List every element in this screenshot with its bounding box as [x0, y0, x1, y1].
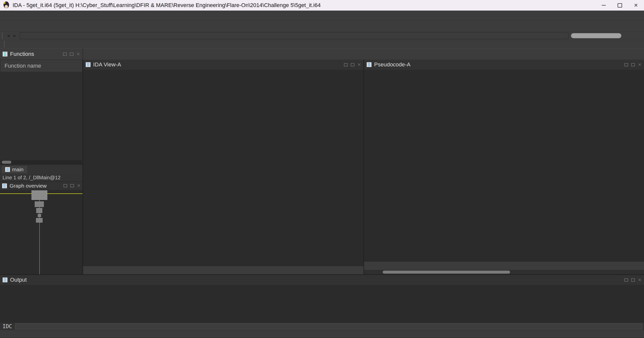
ida-view-a-panel: IDA View-A ✕ [83, 60, 364, 274]
navigation-band[interactable] [20, 32, 568, 39]
functions-panel-header: Functions ✕ [0, 49, 83, 60]
navband-left-arrow-icon[interactable]: ◄ [6, 33, 11, 38]
maximize-panel-icon[interactable] [631, 63, 635, 66]
graph-node [36, 218, 43, 223]
idc-command-row: IDC [0, 323, 644, 330]
maximize-panel-icon[interactable] [70, 184, 74, 187]
functions-horizontal-scrollbar[interactable] [1, 160, 82, 164]
float-panel-icon[interactable] [624, 278, 628, 282]
graph-node [35, 201, 44, 207]
output-icon [3, 277, 8, 282]
pseudocode-a-titlebar: Pseudocode-A ✕ [364, 60, 644, 70]
ida-view-title: IDA View-A [93, 61, 121, 68]
legend-row [0, 40, 644, 48]
ida-view-status-line [83, 266, 364, 274]
scrollbar-thumb[interactable] [2, 161, 11, 164]
minimize-button[interactable] [596, 0, 612, 11]
graph-node [38, 214, 41, 217]
pseudocode-listing[interactable] [364, 70, 644, 261]
graph-node [36, 208, 42, 213]
output-log[interactable] [0, 285, 644, 323]
navband-right-arrow-icon[interactable]: ► [13, 33, 17, 38]
graph-overview-canvas[interactable] [0, 190, 83, 274]
maximize-panel-icon[interactable] [351, 63, 354, 66]
pseudocode-title: Pseudocode-A [374, 61, 410, 68]
close-panel-icon[interactable]: ✕ [638, 277, 641, 283]
output-title: Output [10, 277, 27, 283]
menu-bar [0, 11, 644, 20]
float-panel-icon[interactable] [63, 184, 67, 187]
graph-node [31, 190, 47, 200]
scrollbar-thumb[interactable] [383, 271, 510, 274]
pseudocode-status-line [364, 261, 644, 270]
window-icon [5, 167, 10, 172]
functions-panel: Function name main Line 1 of 2, /_DllMai… [0, 60, 83, 274]
pseudocode-a-panel: Pseudocode-A ✕ [364, 60, 644, 274]
window-tab-strip: main [0, 165, 83, 174]
close-panel-icon[interactable]: ✕ [638, 62, 641, 67]
function-name-column-header[interactable]: Function name [1, 60, 82, 71]
float-panel-icon[interactable] [344, 63, 348, 66]
status-bar [0, 330, 644, 338]
functions-icon [3, 52, 8, 57]
maximize-panel-icon[interactable] [631, 278, 635, 282]
navigation-band-row: ◄ ► [0, 31, 644, 40]
ida-view-a-titlebar: IDA View-A ✕ [83, 60, 364, 70]
ida-view-icon [86, 62, 91, 67]
functions-panel-title: Functions [10, 51, 34, 57]
pseudocode-horizontal-scrollbar[interactable] [364, 270, 644, 274]
disassembly-listing[interactable] [83, 70, 364, 266]
pseudocode-icon [367, 62, 372, 67]
close-button[interactable]: ✕ [628, 0, 644, 11]
float-panel-icon[interactable] [63, 53, 67, 56]
drag-handle[interactable] [2, 32, 3, 39]
float-panel-icon[interactable] [624, 63, 628, 66]
idc-command-input[interactable] [15, 323, 642, 329]
title-bar: IDA - 5get_it.i64 (5get_it) H:\Cyber_Stu… [0, 0, 644, 11]
tab-row: Functions ✕ [0, 48, 644, 60]
output-panel: Output ✕ IDC [0, 274, 644, 338]
close-panel-icon[interactable]: ✕ [77, 52, 80, 57]
graph-overview-header: Graph overview ✕ [0, 181, 83, 190]
idc-label: IDC [3, 323, 12, 329]
close-panel-icon[interactable]: ✕ [357, 62, 361, 67]
drag-handle[interactable] [4, 41, 5, 48]
navband-zoom-scrollbar[interactable] [571, 33, 621, 38]
ida-app-icon [3, 2, 10, 9]
close-panel-icon[interactable]: ✕ [77, 183, 81, 188]
tab-main[interactable]: main [2, 166, 27, 173]
maximize-panel-icon[interactable] [70, 53, 74, 56]
window-title: IDA - 5get_it.i64 (5get_it) H:\Cyber_Stu… [13, 2, 321, 9]
maximize-button[interactable] [612, 0, 628, 11]
output-titlebar: Output ✕ [0, 275, 644, 285]
toolbar [0, 20, 644, 31]
functions-status-line: Line 1 of 2, /_DllMain@12 [0, 174, 83, 181]
graph-overview-icon [2, 183, 7, 188]
